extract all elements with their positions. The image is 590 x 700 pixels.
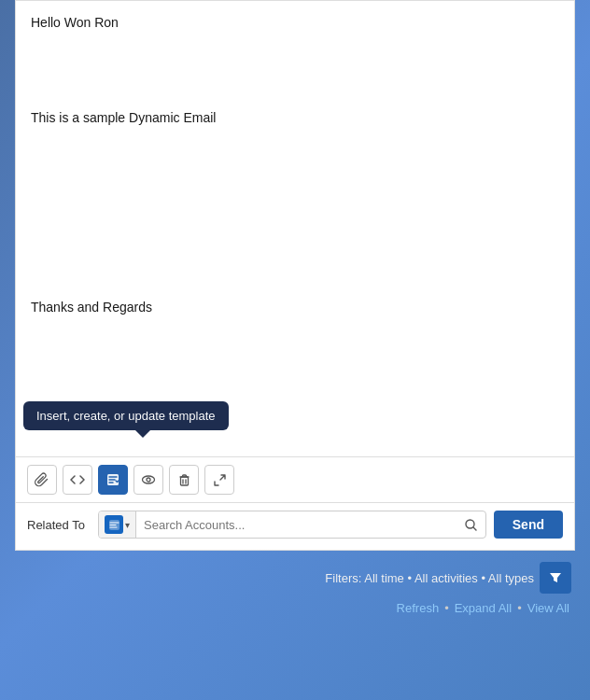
compose-toolbar [15,457,575,503]
delete-button[interactable] [169,465,199,495]
related-label: Related To [27,518,91,532]
tooltip-container: Insert, create, or update template [23,401,229,430]
search-accounts-input[interactable] [136,513,457,537]
tooltip-text: Insert, create, or update template [23,401,229,430]
attach-button[interactable] [27,465,57,495]
refresh-link[interactable]: Refresh [397,601,440,615]
filters-text: Filters: All time • All activities • All… [325,571,534,585]
filters-row: Filters: All time • All activities • All… [19,558,571,597]
preview-button[interactable] [133,465,163,495]
code-icon [70,472,85,487]
template-button[interactable] [98,465,128,495]
delete-icon [177,473,191,487]
popout-icon [213,473,227,487]
search-wrapper: ▾ [98,511,486,539]
actions-row: Refresh • Expand All • View All [19,597,571,619]
object-selector[interactable]: ▾ [99,511,136,538]
filter-icon [548,570,563,585]
object-type-icon [105,515,123,534]
view-all-link[interactable]: View All [527,601,569,615]
svg-point-5 [147,478,150,482]
svg-point-4 [143,476,155,483]
email-compose-area[interactable]: Hello Won Ron This is a sample Dynamic E… [15,0,575,457]
related-to-row: Related To ▾ Send [15,503,575,551]
search-icon [464,518,478,532]
attach-icon [35,472,49,487]
code-button[interactable] [63,465,92,495]
email-closing: Thanks and Regards [31,297,559,317]
footer-area: Filters: All time • All activities • All… [15,551,575,621]
search-button[interactable] [457,513,485,537]
svg-rect-6 [180,477,188,485]
preview-icon [141,472,156,487]
filter-button[interactable] [540,562,571,594]
popout-button[interactable] [204,465,234,495]
template-icon [105,472,120,487]
send-button[interactable]: Send [494,511,563,539]
email-body: This is a sample Dynamic Email [31,107,559,128]
chevron-down-icon: ▾ [125,520,130,530]
expand-all-link[interactable]: Expand All [455,601,512,615]
email-greeting: Hello Won Ron [31,12,559,33]
